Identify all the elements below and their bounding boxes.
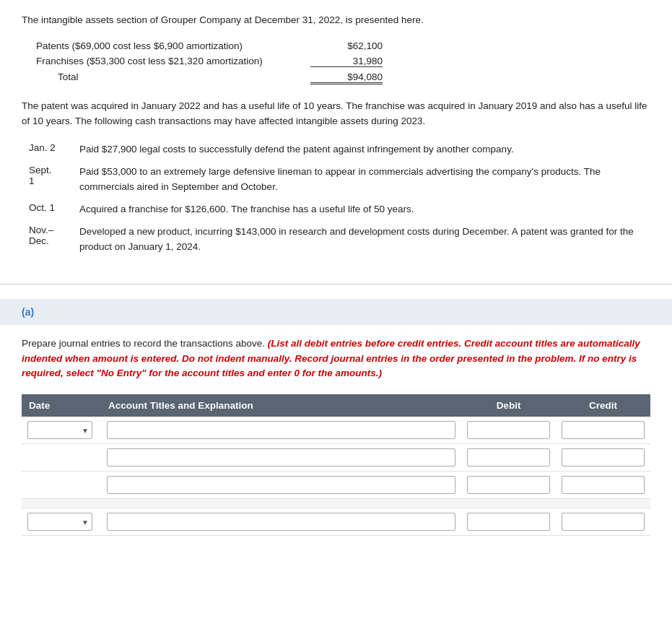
date-select-wrapper-1: Jan. 2 Sept. 1 Oct. 1 Nov.-Dec. ▼ (27, 421, 92, 439)
debit-cell-1 (461, 417, 556, 444)
intro-text: The intangible assets section of Grouper… (22, 13, 650, 27)
credit-input-3[interactable] (562, 476, 645, 494)
account-input-1[interactable] (107, 421, 455, 439)
credit-input-1[interactable] (562, 421, 645, 439)
trans-date-sept1: Sept.1 (29, 165, 79, 186)
credit-cell-1 (556, 417, 650, 444)
credit-cell-2 (556, 444, 650, 472)
col-header-account: Account Titles and Explanation (101, 394, 461, 417)
debit-cell-4 (461, 508, 556, 536)
separator-cell (22, 499, 650, 508)
journal-table: Date Account Titles and Explanation Debi… (22, 394, 650, 536)
debit-input-4[interactable] (467, 513, 550, 531)
patents-label: Patents ($69,000 cost less $6,900 amorti… (36, 40, 310, 51)
trans-desc-novdec: Developed a new product, incurring $143,… (79, 225, 643, 255)
credit-cell-3 (556, 472, 650, 499)
transaction-sept1: Sept.1 Paid $53,000 to an extremely larg… (29, 165, 643, 195)
date-cell-2 (22, 444, 101, 472)
instruction-text: Prepare journal entries to record the tr… (22, 336, 650, 382)
transaction-jan2: Jan. 2 Paid $27,900 legal costs to succe… (29, 142, 643, 157)
table-header-row: Date Account Titles and Explanation Debi… (22, 394, 650, 417)
debit-input-3[interactable] (467, 476, 550, 494)
trans-date-oct1: Oct. 1 (29, 202, 79, 213)
account-cell-4 (101, 508, 461, 536)
franchises-label: Franchises ($53,300 cost less $21,320 am… (36, 56, 310, 66)
trans-desc-oct1: Acquired a franchise for $126,600. The f… (79, 202, 643, 217)
debit-input-1[interactable] (467, 421, 550, 439)
credit-input-4[interactable] (562, 513, 645, 531)
col-header-date: Date (22, 394, 101, 417)
journal-row-separator (22, 499, 650, 508)
transaction-oct1: Oct. 1 Acquired a franchise for $126,600… (29, 202, 643, 217)
date-cell-1: Jan. 2 Sept. 1 Oct. 1 Nov.-Dec. ▼ (22, 417, 101, 444)
account-input-3[interactable] (107, 476, 455, 494)
part-a-header: (a) (0, 299, 672, 325)
section-divider (0, 284, 672, 285)
journal-row-3 (22, 472, 650, 499)
total-row: Total $94,080 (36, 71, 650, 84)
account-input-4[interactable] (107, 513, 455, 531)
patents-value: $62,100 (310, 40, 383, 51)
date-select-4[interactable]: Jan. 2 Sept. 1 Oct. 1 Nov.-Dec. (27, 513, 92, 531)
trans-desc-sept1: Paid $53,000 to an extremely large defen… (79, 165, 643, 195)
debit-input-2[interactable] (467, 448, 550, 466)
bottom-section: Prepare journal entries to record the tr… (0, 325, 672, 551)
journal-row-1: Jan. 2 Sept. 1 Oct. 1 Nov.-Dec. ▼ (22, 417, 650, 444)
col-header-credit: Credit (556, 394, 650, 417)
trans-date-jan2: Jan. 2 (29, 142, 79, 153)
account-input-2[interactable] (107, 448, 455, 466)
journal-row-2 (22, 444, 650, 472)
transaction-novdec: Nov.–Dec. Developed a new product, incur… (29, 225, 643, 255)
col-header-debit: Debit (461, 394, 556, 417)
franchises-row: Franchises ($53,300 cost less $21,320 am… (36, 56, 650, 67)
journal-row-4: Jan. 2 Sept. 1 Oct. 1 Nov.-Dec. ▼ (22, 508, 650, 536)
patents-row: Patents ($69,000 cost less $6,900 amorti… (36, 40, 650, 51)
account-cell-1 (101, 417, 461, 444)
account-cell-2 (101, 444, 461, 472)
assets-table: Patents ($69,000 cost less $6,900 amorti… (36, 40, 650, 84)
instruction-normal: Prepare journal entries to record the tr… (22, 338, 268, 349)
top-section: The intangible assets section of Grouper… (0, 0, 672, 269)
trans-date-novdec: Nov.–Dec. (29, 225, 79, 246)
part-a-label: (a) (22, 306, 34, 318)
date-select-1[interactable]: Jan. 2 Sept. 1 Oct. 1 Nov.-Dec. (27, 421, 92, 439)
transactions-list: Jan. 2 Paid $27,900 legal costs to succe… (29, 142, 643, 255)
date-cell-3 (22, 472, 101, 499)
description-text: The patent was acquired in January 2022 … (22, 99, 650, 129)
account-cell-3 (101, 472, 461, 499)
franchises-value: 31,980 (310, 56, 383, 67)
total-value: $94,080 (310, 71, 383, 84)
debit-cell-2 (461, 444, 556, 472)
total-label: Total (36, 71, 310, 82)
trans-desc-jan2: Paid $27,900 legal costs to successfully… (79, 142, 643, 157)
credit-cell-4 (556, 508, 650, 536)
date-cell-4: Jan. 2 Sept. 1 Oct. 1 Nov.-Dec. ▼ (22, 508, 101, 536)
debit-cell-3 (461, 472, 556, 499)
credit-input-2[interactable] (562, 448, 645, 466)
date-select-wrapper-4: Jan. 2 Sept. 1 Oct. 1 Nov.-Dec. ▼ (27, 513, 92, 531)
